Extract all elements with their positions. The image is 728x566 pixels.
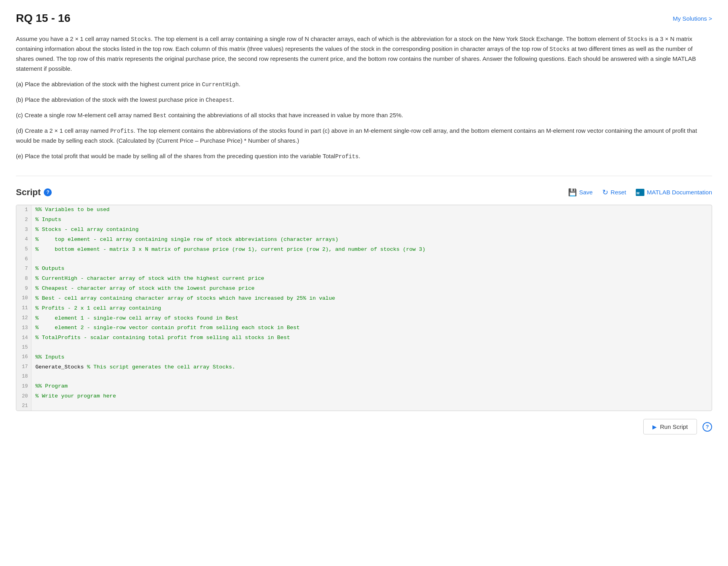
run-script-label: Run Script	[660, 423, 688, 430]
script-title: Script ?	[16, 187, 52, 198]
code-line: 12% element 1 - single-row cell array of…	[16, 314, 712, 324]
save-label: Save	[579, 189, 593, 196]
line-content: % TotalProfits - scalar containing total…	[31, 333, 712, 343]
code-line: 1%% Variables to be used	[16, 205, 712, 215]
svg-text:M: M	[637, 191, 640, 195]
line-number: 10	[16, 294, 31, 304]
code-line: 6	[16, 255, 712, 264]
reset-icon: ↻	[602, 188, 608, 197]
save-button[interactable]: 💾 Save	[568, 188, 593, 197]
line-number: 8	[16, 274, 31, 284]
line-content: %% Inputs	[31, 353, 712, 362]
code-line: 18	[16, 372, 712, 381]
code-line: 13% element 2 - single-row vector contai…	[16, 323, 712, 333]
code-line: 19%% Program	[16, 382, 712, 392]
line-content: % element 2 - single-row vector contain …	[31, 323, 712, 333]
code-line: 15	[16, 343, 712, 352]
part-paragraph: (b) Place the abbreviation of the stock …	[16, 95, 712, 105]
parts-container: (a) Place the abbreviation of the stock …	[16, 79, 712, 161]
code-lines-container: 1%% Variables to be used2% Inputs3% Stoc…	[16, 205, 712, 411]
problem-description: Assume you have a 2 × 1 cell array named…	[16, 34, 712, 161]
code-line: 21	[16, 401, 712, 411]
matlab-doc-link[interactable]: M MATLAB Documentation	[636, 189, 712, 196]
code-line: 11% Profits - 2 x 1 cell array containin…	[16, 304, 712, 314]
line-content: % Profits - 2 x 1 cell array containing	[31, 304, 712, 314]
line-content: %% Program	[31, 382, 712, 392]
line-content: % Cheapest - character array of stock wi…	[31, 284, 712, 294]
code-line: 20% Write your program here	[16, 392, 712, 401]
line-number: 5	[16, 245, 31, 255]
part-paragraph: (d) Create a 2 × 1 cell array named Prof…	[16, 126, 712, 146]
line-content	[31, 343, 712, 352]
line-content: %% Variables to be used	[31, 205, 712, 215]
line-number: 7	[16, 264, 31, 274]
line-number: 3	[16, 225, 31, 235]
code-line: 16%% Inputs	[16, 353, 712, 362]
line-number: 15	[16, 343, 31, 352]
script-title-text: Script	[16, 187, 41, 198]
code-line: 3% Stocks - cell array containing	[16, 225, 712, 235]
reset-label: Reset	[611, 189, 626, 196]
line-number: 14	[16, 333, 31, 343]
script-actions: 💾 Save ↻ Reset M MATLAB Documentation	[568, 188, 712, 197]
line-content: % Stocks - cell array containing	[31, 225, 712, 235]
footer-help-icon[interactable]: ?	[703, 422, 712, 432]
line-content: % Outputs	[31, 264, 712, 274]
footer-row: ▶ Run Script ?	[16, 419, 712, 434]
line-number: 19	[16, 382, 31, 392]
line-content: % CurrentHigh - character array of stock…	[31, 274, 712, 284]
save-icon: 💾	[568, 188, 577, 197]
code-line: 2% Inputs	[16, 215, 712, 225]
line-number: 11	[16, 304, 31, 314]
run-script-button[interactable]: ▶ Run Script	[643, 419, 697, 434]
code-line: 9% Cheapest - character array of stock w…	[16, 284, 712, 294]
matlab-logo-icon: M	[636, 189, 644, 196]
code-line: 8% CurrentHigh - character array of stoc…	[16, 274, 712, 284]
code-editor[interactable]: 1%% Variables to be used2% Inputs3% Stoc…	[16, 205, 712, 411]
code-line: 17Generate_Stocks % This script generate…	[16, 362, 712, 372]
line-content: % Inputs	[31, 215, 712, 225]
code-line: 10% Best - cell array containing charact…	[16, 294, 712, 304]
line-content	[31, 255, 712, 264]
reset-button[interactable]: ↻ Reset	[602, 188, 626, 197]
script-header: Script ? 💾 Save ↻ Reset M MATLAB Documen…	[16, 187, 712, 198]
section-divider	[16, 176, 712, 176]
line-number: 20	[16, 392, 31, 401]
line-content: % element 1 - single-row cell array of s…	[31, 314, 712, 324]
line-number: 12	[16, 314, 31, 324]
line-content: Generate_Stocks % This script generates …	[31, 362, 712, 372]
line-number: 2	[16, 215, 31, 225]
line-content	[31, 401, 712, 411]
line-number: 18	[16, 372, 31, 381]
page-title: RQ 15 - 16	[16, 12, 70, 25]
line-content: % Best - cell array containing character…	[31, 294, 712, 304]
line-content	[31, 372, 712, 381]
intro-paragraph: Assume you have a 2 × 1 cell array named…	[16, 34, 712, 74]
part-paragraph: (a) Place the abbreviation of the stock …	[16, 79, 712, 89]
line-content: % bottom element - matrix 3 x N matrix o…	[31, 245, 712, 255]
code-line: 14% TotalProfits - scalar containing tot…	[16, 333, 712, 343]
line-number: 13	[16, 323, 31, 333]
my-solutions-link[interactable]: My Solutions >	[673, 15, 712, 22]
code-line: 7% Outputs	[16, 264, 712, 274]
matlab-doc-label: MATLAB Documentation	[647, 189, 712, 196]
part-paragraph: (e) Place the total profit that would be…	[16, 151, 712, 161]
line-number: 6	[16, 255, 31, 264]
run-icon: ▶	[652, 424, 657, 430]
line-content: % top element - cell array containing si…	[31, 235, 712, 245]
line-content: % Write your program here	[31, 392, 712, 401]
line-number: 21	[16, 401, 31, 411]
line-number: 9	[16, 284, 31, 294]
line-number: 4	[16, 235, 31, 245]
line-number: 1	[16, 205, 31, 215]
part-paragraph: (c) Create a single row M-element cell a…	[16, 110, 712, 120]
script-help-icon[interactable]: ?	[44, 188, 52, 196]
code-line: 5% bottom element - matrix 3 x N matrix …	[16, 245, 712, 255]
line-number: 17	[16, 362, 31, 372]
code-line: 4% top element - cell array containing s…	[16, 235, 712, 245]
line-number: 16	[16, 353, 31, 362]
